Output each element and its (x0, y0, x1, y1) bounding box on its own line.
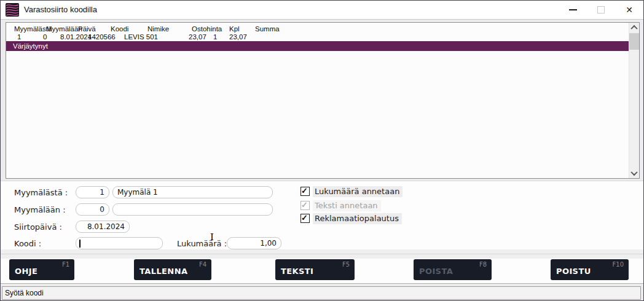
checkbox-row-complaint-return[interactable]: Reklamaatiopalautus (300, 213, 402, 224)
checkbox-label: Lukumäärä annetaan (313, 186, 402, 197)
cell-to-store: 0 (43, 33, 47, 41)
quantity-field[interactable]: 1,00 (227, 237, 281, 249)
chevron-down-icon (630, 169, 637, 176)
close-icon: ✕ (626, 6, 633, 14)
checkbox-checked-icon[interactable] (300, 187, 310, 196)
checkbox-row-text-given: Teksti annetaan (300, 200, 381, 211)
window-title: Varastosiirto koodilla (24, 1, 97, 19)
selected-table-row[interactable]: Värjäytynyt (6, 41, 629, 51)
checkbox-label: Teksti annetaan (313, 200, 381, 211)
chevron-up-icon (630, 25, 637, 32)
from-store-name-field[interactable]: Myymälä 1 (112, 186, 273, 198)
column-header[interactable]: Koodi (111, 25, 128, 33)
column-header[interactable]: Kpl (229, 25, 240, 33)
column-header[interactable]: Ostohinta (192, 25, 222, 33)
vertical-scrollbar[interactable] (629, 23, 639, 178)
cell-qty: 1 (213, 33, 217, 41)
transfer-date-field[interactable]: 8.01.2024 (76, 221, 130, 233)
scroll-up-button[interactable] (629, 23, 639, 33)
exit-button[interactable]: POISTU F10 (551, 259, 629, 280)
column-header[interactable]: Myymälään (46, 25, 82, 33)
button-label: TALLENNA (139, 267, 187, 276)
app-window: Varastosiirto koodilla ✕ Myymälästä Myym… (0, 0, 644, 301)
text-button[interactable]: TEKSTI F5 (275, 259, 355, 280)
help-button[interactable]: OHJE F1 (9, 259, 74, 280)
code-label: Koodi : (14, 239, 41, 248)
section-divider-line (1, 254, 643, 254)
transfer-date-value: 8.01.2024 (76, 221, 129, 232)
transfer-grid: Myymälästä Myymälään Päivä Koodi Nimike … (6, 22, 640, 179)
to-store-name-field[interactable] (112, 203, 273, 216)
maximize-icon (597, 6, 605, 14)
button-label: POISTU (556, 267, 591, 276)
column-header[interactable]: Päivä (78, 25, 96, 33)
fkey-hint: F5 (342, 261, 350, 268)
column-header[interactable]: Nimike (147, 25, 169, 33)
button-label: POISTA (419, 267, 453, 276)
scroll-down-button[interactable] (629, 168, 639, 178)
titlebar: Varastosiirto koodilla ✕ (1, 1, 643, 20)
button-label: TEKSTI (281, 267, 313, 276)
window-controls: ✕ (559, 1, 643, 19)
checkbox-label: Reklamaatiopalautus (313, 213, 402, 224)
delete-button: POISTA F8 (414, 259, 492, 280)
selected-row-text: Värjäytynyt (13, 41, 629, 51)
checkbox-checked-icon[interactable] (300, 214, 310, 223)
quantity-label: Lukumäärä : (177, 239, 227, 248)
minimize-icon (569, 9, 577, 10)
maximize-button (587, 1, 615, 19)
quantity-value: 1,00 (227, 238, 281, 249)
to-store-number-value: 0 (76, 204, 109, 215)
to-store-number-field[interactable]: 0 (76, 203, 109, 216)
from-store-number-field[interactable]: 1 (76, 186, 109, 198)
cell-code: 1420566 (88, 33, 116, 41)
button-label: OHJE (15, 267, 37, 276)
checkbox-checked-icon (300, 201, 310, 210)
statusbar: Syötä koodi (1, 284, 643, 300)
cell-date: 8.01.2024 (60, 33, 92, 41)
fkey-hint: F4 (199, 261, 206, 268)
close-button[interactable]: ✕ (615, 1, 643, 19)
column-header[interactable]: Summa (255, 25, 280, 33)
app-icon (6, 3, 19, 17)
from-store-label: Myymälästä : (14, 188, 68, 197)
from-store-number-value: 1 (76, 187, 109, 198)
from-store-name-value: Myymälä 1 (113, 187, 272, 198)
cell-sum: 23,07 (229, 33, 247, 41)
to-store-label: Myymälään : (14, 205, 66, 214)
scrollbar-thumb[interactable] (629, 33, 639, 50)
fkey-hint: F1 (62, 261, 69, 268)
minimize-button[interactable] (559, 1, 587, 19)
fkey-hint: F8 (479, 261, 487, 268)
cell-purchase-price: 23,07 (189, 33, 206, 41)
code-input-field[interactable] (76, 237, 163, 249)
status-message-box: Syötä koodi (2, 286, 641, 300)
status-message: Syötä koodi (2, 287, 640, 299)
fkey-hint: F10 (613, 261, 624, 268)
checkbox-row-quantity-given[interactable]: Lukumäärä annetaan (300, 186, 402, 197)
transfer-date-label: Siirtopäivä : (14, 222, 62, 232)
grid-panel: Myymälästä Myymälään Päivä Koodi Nimike … (1, 20, 643, 181)
cell-from-store: 1 (17, 33, 21, 41)
cell-item-name: LEVIS 501 (124, 33, 158, 41)
save-button[interactable]: TALLENNA F4 (134, 259, 211, 280)
text-caret (79, 240, 80, 248)
